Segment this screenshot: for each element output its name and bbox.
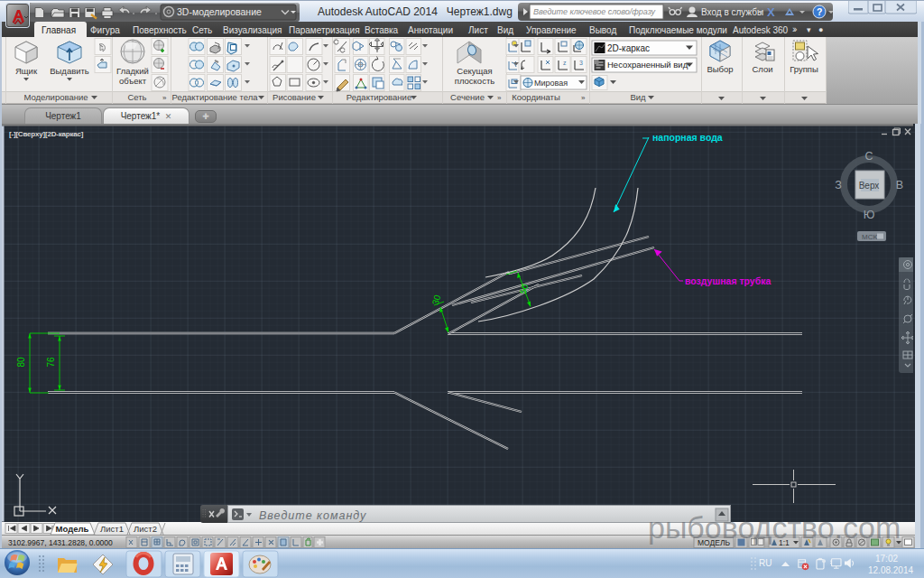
svg-text:80: 80	[16, 357, 26, 368]
svg-text:z: z	[563, 60, 567, 66]
svg-text:воздушная трубка: воздушная трубка	[685, 275, 771, 286]
svg-text:?: ?	[817, 6, 822, 17]
svg-text:Введите команду: Введите команду	[259, 509, 366, 522]
svg-text:Ю: Ю	[864, 209, 875, 221]
svg-text:»: »	[162, 94, 167, 102]
svg-text:Координаты: Координаты	[512, 92, 560, 102]
svg-text:Вход в службы: Вход в службы	[701, 7, 763, 17]
svg-text:Сечение: Сечение	[450, 92, 485, 102]
svg-text:Лист1: Лист1	[100, 524, 124, 534]
svg-text:2D-каркас: 2D-каркас	[607, 43, 650, 53]
svg-text:Несохраненный вид: Несохраненный вид	[607, 60, 688, 70]
svg-text:Гладкий: Гладкий	[116, 66, 149, 76]
svg-text:»: »	[497, 94, 502, 102]
svg-text:Редактирование тела: Редактирование тела	[171, 92, 258, 102]
svg-text:Группы: Группы	[790, 64, 818, 74]
svg-text:Редактирование: Редактирование	[346, 92, 411, 102]
svg-text:Введите ключевое слово/фразу: Введите ключевое слово/фразу	[533, 7, 656, 16]
svg-text:Модель: Модель	[56, 524, 89, 534]
svg-text:Рисование: Рисование	[273, 92, 316, 102]
svg-text:Вид: Вид	[630, 92, 646, 102]
svg-text:Выбор: Выбор	[707, 64, 733, 74]
svg-text:Моделирование: Моделирование	[23, 92, 88, 102]
svg-text:[-][Сверху][2D-каркас]: [-][Сверху][2D-каркас]	[9, 130, 84, 138]
svg-text:12.08.2014: 12.08.2014	[868, 565, 913, 575]
svg-text:плоскость: плоскость	[455, 76, 494, 86]
svg-text:Секущая: Секущая	[457, 66, 492, 76]
svg-text:17:02: 17:02	[875, 554, 898, 564]
svg-text:Лист2: Лист2	[134, 524, 157, 534]
svg-text:Верх: Верх	[859, 181, 880, 191]
svg-text:С: С	[864, 150, 873, 163]
svg-text:МСК: МСК	[862, 233, 877, 241]
svg-text:»: »	[581, 94, 586, 102]
svg-text:3: 3	[579, 60, 583, 66]
svg-text:30: 30	[430, 294, 443, 306]
svg-text:3D-моделирование: 3D-моделирование	[177, 6, 262, 17]
svg-text:Мировая: Мировая	[534, 79, 568, 88]
svg-text:RU: RU	[759, 558, 772, 568]
svg-text:объект: объект	[119, 76, 147, 86]
svg-text:напорная вода: напорная вода	[652, 132, 723, 143]
svg-text:Сеть: Сеть	[127, 92, 146, 102]
svg-text:З: З	[835, 179, 842, 191]
svg-text:Выдавить: Выдавить	[50, 66, 89, 76]
svg-text:В: В	[896, 179, 903, 191]
svg-text:76: 76	[46, 357, 56, 368]
svg-text:X: X	[767, 5, 775, 19]
svg-text:Слои: Слои	[752, 64, 772, 74]
svg-text:3102.9967, 1431.2828, 0.0000: 3102.9967, 1431.2828, 0.0000	[8, 538, 113, 547]
svg-text:Ящик: Ящик	[15, 66, 38, 76]
